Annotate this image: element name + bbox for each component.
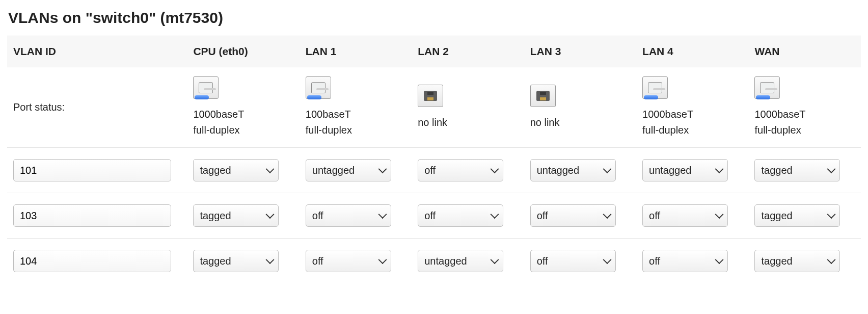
vlan-port-select[interactable]: tagged — [754, 204, 840, 227]
vlan-port-select[interactable]: off — [418, 159, 503, 181]
port-link-up-icon — [754, 76, 780, 99]
vlan-port-select-value: tagged — [761, 165, 792, 176]
chevron-down-icon — [715, 255, 724, 264]
port-status-cell: no link — [524, 67, 636, 148]
port-status-label: Port status: — [7, 67, 187, 148]
vlan-port-select[interactable]: untagged — [642, 159, 728, 181]
vlan-port-select[interactable]: off — [530, 250, 616, 272]
vlan-port-select[interactable]: off — [418, 204, 503, 227]
col-lan1: LAN 1 — [300, 36, 412, 67]
port-status-cell: 100baseTfull-duplex — [300, 67, 412, 148]
vlan-port-select[interactable]: off — [642, 204, 728, 227]
chevron-down-icon — [827, 210, 836, 219]
port-status-text: 1000baseT — [642, 107, 742, 122]
vlan-port-select-value: tagged — [200, 165, 231, 176]
vlan-port-select[interactable]: tagged — [193, 204, 279, 227]
port-status-text: 100baseT — [306, 107, 405, 122]
port-link-up-icon — [306, 76, 331, 99]
vlan-port-select-value: off — [649, 210, 660, 222]
port-link-up-icon — [193, 76, 219, 99]
vlan-port-select[interactable]: tagged — [193, 250, 279, 272]
chevron-down-icon — [491, 165, 499, 173]
vlan-port-select[interactable]: untagged — [418, 250, 503, 272]
chevron-down-icon — [266, 255, 275, 264]
chevron-down-icon — [378, 255, 387, 264]
vlan-row: taggedoffoffoffofftagged — [7, 193, 861, 239]
vlan-port-select[interactable]: off — [306, 204, 391, 227]
port-link-down-icon — [418, 85, 443, 107]
vlan-port-select-value: off — [649, 255, 660, 267]
port-status-text: full-duplex — [306, 122, 405, 138]
port-status-cell: 1000baseTfull-duplex — [187, 67, 299, 148]
chevron-down-icon — [491, 255, 499, 264]
port-status-text: 1000baseT — [754, 107, 855, 122]
port-status-text: full-duplex — [754, 122, 855, 138]
vlan-port-select-value: off — [312, 210, 323, 222]
col-lan2: LAN 2 — [412, 36, 524, 67]
vlan-port-select-value: tagged — [200, 210, 231, 222]
port-status-text: no link — [530, 115, 630, 130]
chevron-down-icon — [603, 255, 611, 264]
port-link-up-icon — [642, 76, 668, 99]
vlan-port-select[interactable]: off — [306, 250, 391, 272]
vlan-row: taggeduntaggedoffuntaggeduntaggedtagged — [7, 148, 861, 193]
vlan-id-input[interactable] — [13, 204, 171, 227]
chevron-down-icon — [603, 165, 611, 173]
col-lan3: LAN 3 — [524, 36, 636, 67]
vlan-id-input[interactable] — [13, 159, 171, 181]
table-header-row: VLAN ID CPU (eth0) LAN 1 LAN 2 LAN 3 LAN… — [7, 36, 861, 67]
vlan-port-select-value: untagged — [424, 255, 467, 267]
vlan-port-select-value: tagged — [200, 255, 231, 267]
port-status-text: 1000baseT — [193, 107, 293, 122]
port-status-row: Port status:1000baseTfull-duplex100baseT… — [7, 67, 861, 148]
port-status-text: no link — [418, 115, 518, 130]
vlan-port-select-value: off — [537, 255, 548, 267]
chevron-down-icon — [715, 210, 724, 219]
col-wan: WAN — [748, 36, 861, 67]
vlan-port-select[interactable]: untagged — [306, 159, 391, 181]
chevron-down-icon — [378, 210, 387, 219]
col-lan4: LAN 4 — [636, 36, 748, 67]
vlan-port-select[interactable]: off — [530, 204, 616, 227]
port-status-cell: no link — [412, 67, 524, 148]
chevron-down-icon — [266, 210, 275, 219]
col-vlan-id: VLAN ID — [7, 36, 187, 67]
page-title: VLANs on "switch0" (mt7530) — [8, 9, 860, 27]
vlan-port-select-value: tagged — [761, 255, 792, 267]
vlan-port-select-value: untagged — [537, 165, 579, 176]
col-cpu-eth0: CPU (eth0) — [187, 36, 299, 67]
vlan-port-select-value: tagged — [761, 210, 792, 222]
chevron-down-icon — [827, 165, 836, 173]
port-status-text: full-duplex — [193, 122, 293, 138]
vlan-port-select[interactable]: tagged — [754, 250, 840, 272]
vlan-port-select-value: untagged — [649, 165, 691, 176]
port-link-down-icon — [530, 85, 556, 107]
vlan-row: taggedoffuntaggedoffofftagged — [7, 239, 861, 284]
vlan-table: VLAN ID CPU (eth0) LAN 1 LAN 2 LAN 3 LAN… — [7, 36, 861, 283]
vlan-port-select[interactable]: off — [642, 250, 728, 272]
chevron-down-icon — [266, 165, 275, 173]
vlan-port-select[interactable]: tagged — [193, 159, 279, 181]
vlan-port-select-value: off — [424, 210, 436, 222]
vlan-id-input[interactable] — [13, 250, 171, 272]
port-status-cell: 1000baseTfull-duplex — [748, 67, 861, 148]
vlan-port-select-value: off — [537, 210, 548, 222]
vlan-port-select-value: off — [312, 255, 323, 267]
chevron-down-icon — [491, 210, 499, 219]
chevron-down-icon — [378, 165, 387, 173]
vlan-port-select-value: untagged — [312, 165, 355, 176]
vlan-port-select[interactable]: tagged — [754, 159, 840, 181]
vlan-port-select-value: off — [424, 165, 436, 176]
chevron-down-icon — [603, 210, 611, 219]
chevron-down-icon — [715, 165, 724, 173]
chevron-down-icon — [827, 255, 836, 264]
port-status-text: full-duplex — [642, 122, 742, 138]
port-status-cell: 1000baseTfull-duplex — [636, 67, 748, 148]
vlan-port-select[interactable]: untagged — [530, 159, 616, 181]
